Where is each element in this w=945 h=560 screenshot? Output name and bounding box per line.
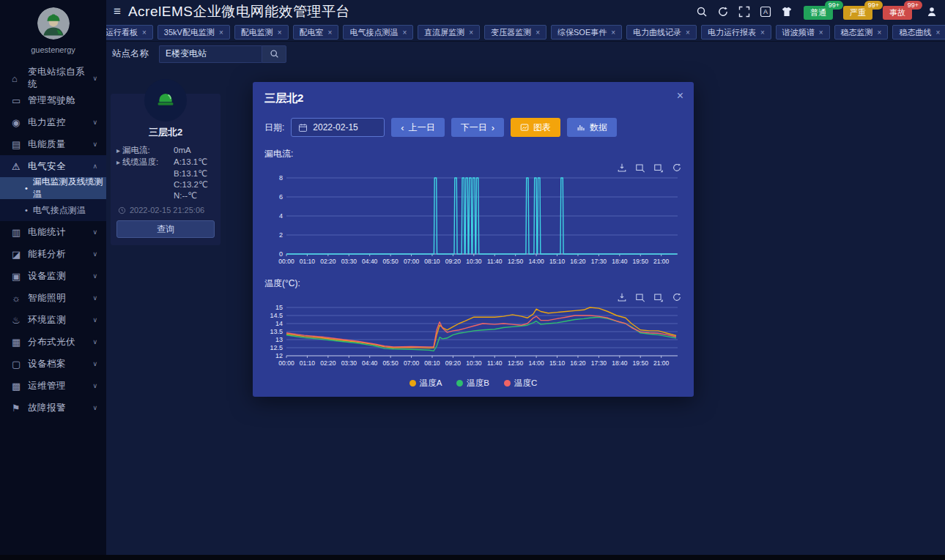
tab-直流屏监测[interactable]: 直流屏监测× — [418, 25, 480, 40]
legend-dot-icon — [410, 380, 416, 387]
chevron-down-icon: ∨ — [92, 228, 97, 236]
tab-配电室[interactable]: 配电室× — [293, 25, 339, 40]
sidebar-item-能耗分析[interactable]: ◪能耗分析∨ — [0, 243, 106, 265]
bottom-bar — [0, 555, 945, 560]
sidebar-item-变电站综自系统[interactable]: ⌂变电站综自系统∨ — [0, 67, 106, 89]
sidebar-item-电能统计[interactable]: ▥电能统计∨ — [0, 221, 106, 243]
user-avatar-section: guestenergy — [0, 0, 106, 54]
tab-电力曲线记录[interactable]: 电力曲线记录× — [626, 25, 697, 40]
query-button[interactable]: 查询 — [116, 220, 215, 238]
cable-temp-row: N:--℃ — [116, 190, 215, 201]
date-picker[interactable]: 2022-02-15 — [291, 118, 385, 137]
cable-temp-value: N:--℃ — [174, 190, 215, 201]
tab-close-icon[interactable]: × — [686, 29, 690, 37]
alarm-badge[interactable]: 事故99+ — [883, 6, 912, 20]
sidebar-item-电力监控[interactable]: ◉电力监控∨ — [0, 111, 106, 133]
save-image-icon[interactable] — [617, 292, 627, 302]
sidebar-item-电能质量[interactable]: ▤电能质量∨ — [0, 133, 106, 155]
chevron-down-icon: ∨ — [92, 119, 97, 126]
svg-text:15:10: 15:10 — [549, 359, 566, 367]
tab-close-icon[interactable]: × — [278, 29, 282, 37]
restore-icon[interactable] — [672, 292, 682, 302]
tab-电气接点测温[interactable]: 电气接点测温× — [343, 25, 413, 40]
translate-icon[interactable]: A — [760, 6, 771, 18]
sidebar-item-设备监测[interactable]: ▣设备监测∨ — [0, 265, 106, 287]
power-quality-icon: ▤ — [12, 139, 28, 150]
sidebar-item-管理驾驶舱[interactable]: ▭管理驾驶舱 — [0, 89, 106, 111]
menu-icon[interactable]: ≡ — [114, 4, 121, 19]
siren-icon — [144, 79, 187, 122]
tab-close-icon[interactable]: × — [402, 29, 407, 37]
sidebar-item-分布式光伏[interactable]: ▦分布式光伏∨ — [0, 331, 106, 353]
sidebar-subitem-电气接点测温[interactable]: •电气接点测温 — [0, 199, 106, 221]
temperature-chart[interactable]: 1212.51313.51414.51500:0001:1002:2003:30… — [263, 303, 683, 368]
prev-day-button[interactable]: ‹ 上一日 — [391, 118, 444, 137]
restore-icon[interactable] — [672, 163, 682, 173]
theme-icon[interactable] — [781, 6, 793, 18]
alarm-badge[interactable]: 普通99+ — [804, 6, 833, 20]
sidebar-item-设备档案[interactable]: ▢设备档案∨ — [0, 353, 106, 375]
save-image-icon[interactable] — [617, 163, 627, 173]
close-icon[interactable]: × — [677, 89, 683, 102]
tab-close-icon[interactable]: × — [142, 29, 147, 37]
data-view-button[interactable]: 数据 — [567, 118, 617, 137]
tab-变压器监测[interactable]: 变压器监测× — [484, 25, 546, 40]
sidebar-item-电气安全[interactable]: ⚠电气安全∧ — [0, 155, 106, 177]
tab-label: 运行看板 — [106, 27, 138, 38]
refresh-icon[interactable] — [717, 6, 729, 18]
tab-稳态监测[interactable]: 稳态监测× — [834, 25, 889, 40]
station-name: 三层北2 — [116, 126, 215, 139]
tab-close-icon[interactable]: × — [469, 29, 473, 37]
badge-count: 99+ — [825, 1, 843, 10]
topbar: ≡ AcrelEMS企业微电网能效管理平台 A 普通99+严重99+事故99+ — [106, 0, 945, 23]
solar-pv-icon: ▦ — [12, 337, 28, 348]
tab-close-icon[interactable]: × — [536, 29, 540, 37]
svg-text:0: 0 — [279, 250, 283, 258]
tab-close-icon[interactable]: × — [819, 29, 823, 37]
search-button[interactable] — [262, 45, 286, 63]
ops-management-icon: ▩ — [12, 381, 28, 392]
legend-item-温度B[interactable]: 温度B — [456, 378, 489, 389]
data-zoom-icon[interactable] — [635, 163, 645, 173]
tab-label: 稳态曲线 — [899, 27, 931, 38]
sidebar-item-智能照明[interactable]: ☼智能照明∨ — [0, 287, 106, 309]
tab-35kV配电监测[interactable]: 35kV配电监测× — [158, 25, 230, 40]
legend-item-温度C[interactable]: 温度C — [504, 378, 537, 389]
data-zoom-icon[interactable] — [635, 292, 645, 302]
sidebar-item-故障报警[interactable]: ⚑故障报警∨ — [0, 397, 106, 419]
legend-item-温度A[interactable]: 温度A — [410, 378, 442, 389]
tab-close-icon[interactable]: × — [611, 29, 615, 37]
sidebar-item-环境监测[interactable]: ♨环境监测∨ — [0, 309, 106, 331]
tab-配电监测[interactable]: 配电监测× — [234, 25, 289, 40]
zoom-reset-icon[interactable] — [653, 292, 664, 302]
avatar[interactable] — [37, 7, 70, 40]
next-day-button[interactable]: 下一日 › — [451, 118, 504, 137]
zoom-reset-icon[interactable] — [653, 163, 664, 173]
chart-view-button[interactable]: 图表 — [511, 118, 560, 137]
tab-close-icon[interactable]: × — [760, 29, 765, 37]
environment-icon: ♨ — [12, 315, 28, 326]
sidebar-item-运维管理[interactable]: ▩运维管理∨ — [0, 375, 106, 397]
search-icon[interactable] — [696, 6, 708, 18]
tab-综保SOE事件[interactable]: 综保SOE事件× — [551, 25, 622, 40]
badge-count: 99+ — [904, 1, 922, 10]
user-icon[interactable] — [926, 6, 938, 18]
svg-text:15: 15 — [275, 304, 283, 311]
tab-close-icon[interactable]: × — [878, 29, 882, 37]
tab-close-icon[interactable]: × — [219, 29, 223, 37]
fullscreen-icon[interactable] — [738, 6, 750, 18]
tab-电力运行报表[interactable]: 电力运行报表× — [701, 25, 771, 40]
sidebar-subitem-漏电监测及线缆测温[interactable]: •漏电监测及线缆测温 — [0, 177, 106, 199]
alarm-badge[interactable]: 严重99+ — [843, 6, 872, 20]
leak-current-chart[interactable]: 0246800:0001:1002:2003:3004:4005:5007:00… — [263, 173, 683, 266]
smart-lighting-icon: ☼ — [12, 293, 28, 304]
device-archive-icon: ▢ — [12, 359, 28, 370]
tab-close-icon[interactable]: × — [328, 29, 333, 37]
cable-temp-label: 线缆温度: — [122, 157, 158, 166]
tab-运行看板[interactable]: 运行看板× — [106, 25, 153, 40]
tab-label: 直流屏监测 — [424, 27, 464, 38]
tab-谐波频谱[interactable]: 谐波频谱× — [776, 25, 830, 40]
station-search-input[interactable] — [159, 45, 262, 63]
tab-稳态曲线[interactable]: 稳态曲线× — [892, 25, 945, 40]
tab-close-icon[interactable]: × — [935, 29, 940, 37]
